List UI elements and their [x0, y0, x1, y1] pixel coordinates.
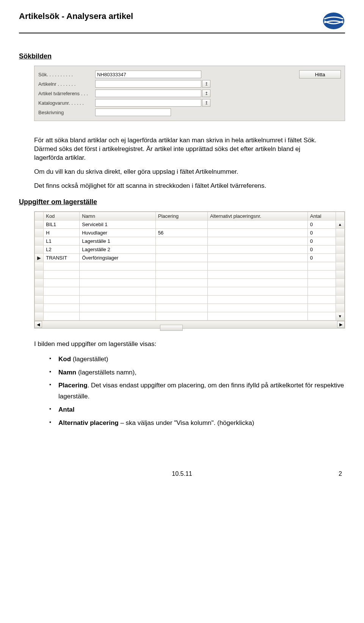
- cell-alt[interactable]: [207, 295, 308, 304]
- cell-namn[interactable]: Servicebil 1: [80, 220, 156, 228]
- cell-alt[interactable]: [207, 220, 308, 228]
- cell-alt[interactable]: [207, 312, 308, 320]
- cell-alt[interactable]: [207, 304, 308, 312]
- cell-namn[interactable]: [80, 278, 156, 287]
- sok-input[interactable]: [95, 71, 201, 78]
- cell-placering[interactable]: [155, 262, 207, 270]
- cell-kod[interactable]: L1: [44, 237, 80, 245]
- rowmark-cell[interactable]: [35, 278, 44, 287]
- cell-kod[interactable]: [44, 278, 80, 287]
- cell-placering[interactable]: 56: [155, 228, 207, 237]
- cell-alt[interactable]: [207, 228, 308, 237]
- vscroll-track[interactable]: [336, 278, 344, 287]
- cell-namn[interactable]: Lagerställe 1: [80, 237, 156, 245]
- cell-placering[interactable]: [155, 312, 207, 320]
- rowmark-cell[interactable]: [35, 237, 44, 245]
- cell-antal[interactable]: [308, 304, 336, 312]
- cell-antal[interactable]: 0: [308, 253, 336, 262]
- cell-kod[interactable]: TRANSIT: [44, 253, 80, 262]
- vscroll-track[interactable]: [336, 245, 344, 253]
- cell-namn[interactable]: Lagerställe 2: [80, 245, 156, 253]
- cell-kod[interactable]: BIL1: [44, 220, 80, 228]
- table-row[interactable]: HHuvudlager560: [35, 228, 345, 237]
- cell-kod[interactable]: [44, 304, 80, 312]
- vscroll-track[interactable]: [336, 262, 344, 270]
- cell-kod[interactable]: [44, 312, 80, 320]
- table-row[interactable]: ▼: [35, 312, 345, 320]
- cell-antal[interactable]: 0: [308, 228, 336, 237]
- cell-alt[interactable]: [207, 287, 308, 295]
- vscroll-track[interactable]: [336, 287, 344, 295]
- col-alt[interactable]: Alternativt placeringsnr.: [207, 212, 308, 220]
- artikelnr-input[interactable]: [95, 80, 201, 88]
- lookup-katalogvarunr-icon[interactable]: ↥: [202, 99, 210, 107]
- table-row[interactable]: [35, 287, 345, 295]
- table-row[interactable]: BIL1Servicebil 10▲: [35, 220, 345, 228]
- hscroll-left-icon[interactable]: ◀: [35, 321, 42, 328]
- vscroll-track[interactable]: [336, 295, 344, 304]
- cell-alt[interactable]: [207, 262, 308, 270]
- katalogvarunr-input[interactable]: [95, 99, 201, 107]
- cell-placering[interactable]: [155, 245, 207, 253]
- hscroll-right-icon[interactable]: ▶: [337, 321, 345, 328]
- vscroll-track[interactable]: [336, 237, 344, 245]
- table-row[interactable]: [35, 270, 345, 278]
- cell-placering[interactable]: [155, 287, 207, 295]
- col-kod[interactable]: Kod: [44, 212, 80, 220]
- tvarreferens-input[interactable]: [95, 90, 201, 97]
- hitta-button[interactable]: Hitta: [299, 70, 341, 79]
- rowmark-cell[interactable]: [35, 270, 44, 278]
- table-row[interactable]: [35, 295, 345, 304]
- table-row[interactable]: ▶TRANSITÖverföringslager0: [35, 253, 345, 262]
- lookup-artikelnr-icon[interactable]: ↥: [202, 80, 210, 88]
- cell-antal[interactable]: [308, 270, 336, 278]
- vscroll-up-icon[interactable]: ▲: [336, 220, 344, 228]
- cell-antal[interactable]: [308, 295, 336, 304]
- cell-antal[interactable]: 0: [308, 245, 336, 253]
- col-namn[interactable]: Namn: [80, 212, 156, 220]
- cell-kod[interactable]: [44, 270, 80, 278]
- rowmark-cell[interactable]: [35, 262, 44, 270]
- rowmark-cell[interactable]: [35, 287, 44, 295]
- cell-placering[interactable]: [155, 295, 207, 304]
- cell-antal[interactable]: [308, 312, 336, 320]
- cell-antal[interactable]: [308, 262, 336, 270]
- rowmark-cell[interactable]: [35, 304, 44, 312]
- horizontal-scrollbar[interactable]: ◀ ▶: [35, 321, 345, 328]
- cell-namn[interactable]: Huvudlager: [80, 228, 156, 237]
- table-row[interactable]: L2Lagerställe 20: [35, 245, 345, 253]
- vscroll-track[interactable]: [336, 270, 344, 278]
- beskrivning-input[interactable]: [95, 109, 171, 116]
- rowmark-cell[interactable]: [35, 295, 44, 304]
- cell-placering[interactable]: [155, 253, 207, 262]
- cell-placering[interactable]: [155, 237, 207, 245]
- cell-namn[interactable]: [80, 312, 156, 320]
- cell-alt[interactable]: [207, 245, 308, 253]
- rowmark-cell[interactable]: ▶: [35, 253, 44, 262]
- table-row[interactable]: L1Lagerställe 10: [35, 237, 345, 245]
- rowmark-cell[interactable]: [35, 245, 44, 253]
- cell-antal[interactable]: 0: [308, 237, 336, 245]
- cell-placering[interactable]: [155, 304, 207, 312]
- cell-antal[interactable]: [308, 278, 336, 287]
- cell-kod[interactable]: [44, 287, 80, 295]
- vscroll-track[interactable]: [336, 253, 344, 262]
- cell-alt[interactable]: [207, 278, 308, 287]
- cell-kod[interactable]: [44, 295, 80, 304]
- cell-namn[interactable]: [80, 287, 156, 295]
- cell-alt[interactable]: [207, 253, 308, 262]
- cell-alt[interactable]: [207, 270, 308, 278]
- cell-placering[interactable]: [155, 270, 207, 278]
- cell-antal[interactable]: [308, 287, 336, 295]
- cell-placering[interactable]: [155, 220, 207, 228]
- col-placering[interactable]: Placering: [155, 212, 207, 220]
- cell-placering[interactable]: [155, 278, 207, 287]
- cell-kod[interactable]: [44, 262, 80, 270]
- cell-kod[interactable]: H: [44, 228, 80, 237]
- cell-alt[interactable]: [207, 237, 308, 245]
- vscroll-track[interactable]: [336, 304, 344, 312]
- rowmark-cell[interactable]: [35, 312, 44, 320]
- table-row[interactable]: [35, 304, 345, 312]
- lookup-tvarreferens-icon[interactable]: ↥: [202, 90, 210, 97]
- vscroll-down-icon[interactable]: ▼: [336, 312, 344, 320]
